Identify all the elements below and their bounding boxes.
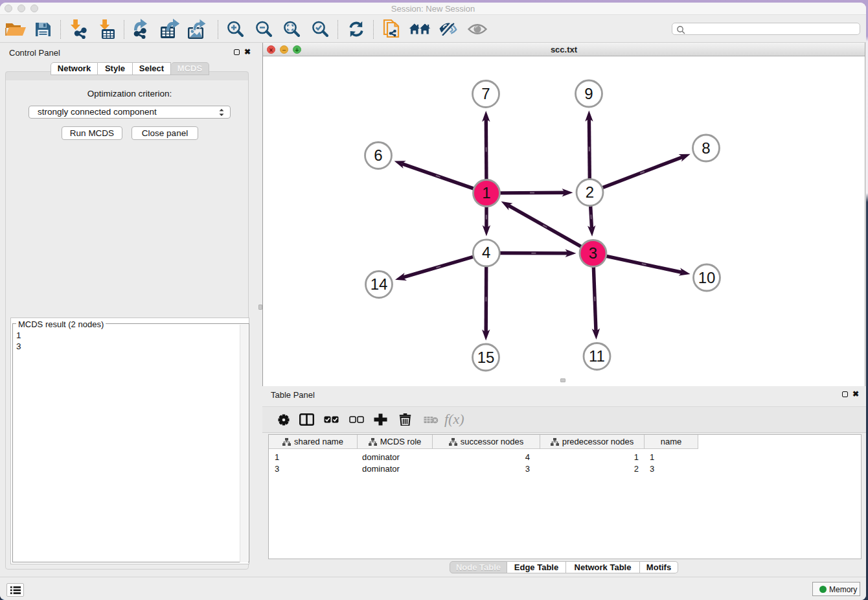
svg-text:9: 9	[584, 85, 593, 102]
svg-text:11: 11	[589, 347, 605, 365]
svg-text:3: 3	[589, 244, 597, 262]
svg-text:4: 4	[482, 244, 490, 261]
svg-text:6: 6	[374, 146, 382, 164]
svg-text:7: 7	[481, 85, 490, 102]
svg-text:1: 1	[482, 184, 490, 202]
svg-text:14: 14	[371, 275, 388, 293]
svg-text:2: 2	[586, 183, 594, 201]
svg-text:15: 15	[477, 349, 495, 366]
svg-text:8: 8	[702, 139, 710, 157]
svg-text:10: 10	[698, 269, 716, 286]
